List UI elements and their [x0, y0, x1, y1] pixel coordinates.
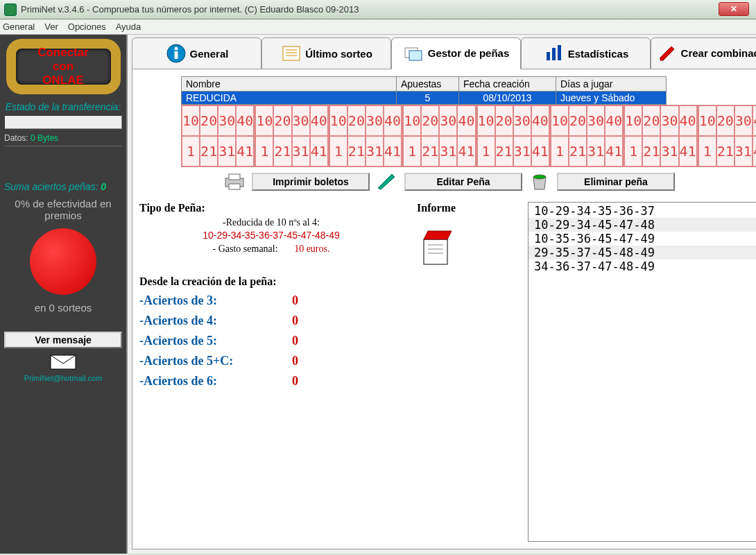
imprimir-button[interactable]: Imprimir boletos	[252, 173, 370, 191]
tipo-nums: 10-29-34-35-36-37-45-47-48-49	[139, 230, 403, 241]
ticket-cell: 10	[698, 105, 716, 136]
tipo-head: Tipo de Peña:	[139, 202, 403, 214]
hits-row: -Aciertos de 5:0	[139, 334, 403, 348]
list-icon	[280, 42, 302, 65]
titlebar: PrimiNet v.3.4.6 - Comprueba tus números…	[0, 0, 756, 19]
tab-gestor-label: Gestor de peñas	[428, 48, 510, 59]
ticket-cell: 31	[218, 136, 236, 166]
cell-nombre: REDUCIDA	[182, 92, 397, 105]
ticket-cell: 31	[734, 136, 753, 166]
ticket-cell: 30	[218, 105, 236, 136]
svg-rect-15	[229, 184, 240, 189]
hits-row: -Aciertos de 5+C:0	[139, 354, 403, 368]
aciertos-value: 0	[101, 181, 106, 192]
ticket-cell: 40	[605, 105, 623, 136]
combinations-list[interactable]: 10-29-34-35-36-3710-29-34-45-47-4810-35-…	[528, 202, 756, 542]
ticket-cell: 30	[513, 105, 531, 136]
ticket-cell: 30	[734, 105, 753, 136]
combo-row[interactable]: 10-29-34-35-36-37	[529, 204, 756, 218]
ver-mensaje-button[interactable]: Ver mensaje	[4, 332, 122, 348]
connect-onlae-button[interactable]: Conectar con ONLAE	[6, 39, 121, 94]
info-icon	[165, 42, 187, 65]
svg-rect-3	[174, 51, 178, 59]
ticket-cell: 20	[569, 105, 587, 136]
tipo-panel: Tipo de Peña: -Reducida de 10 nºs al 4: …	[139, 202, 403, 542]
ticket-cell: 30	[366, 105, 384, 136]
ticket-cell: 41	[605, 136, 623, 166]
svg-rect-17	[424, 239, 447, 264]
hits-value: 0	[292, 374, 298, 388]
ticket-cell: 40	[384, 105, 402, 136]
svg-rect-4	[283, 46, 300, 60]
cell-apuestas: 5	[397, 92, 459, 105]
combo-row[interactable]: 29-35-37-45-48-49	[529, 246, 756, 259]
ticket-cell: 20	[716, 105, 734, 136]
ticket-cell: 40	[310, 105, 328, 136]
status-dot-icon	[30, 228, 96, 295]
tab-crear-label: Crear combinación	[681, 48, 756, 59]
ticket-cell: 31	[660, 136, 678, 166]
combo-row[interactable]: 34-36-37-47-48-49	[529, 259, 756, 273]
action-row: Imprimir boletos Editar Peña Eliminar pe…	[223, 171, 756, 192]
ticket-cell: 40	[753, 105, 756, 136]
svg-rect-9	[409, 51, 422, 60]
main-panel: General Último sorteo Gestor de peñas Es…	[128, 35, 756, 554]
combo-row[interactable]: 10-29-34-45-47-48	[529, 218, 756, 232]
ticket-cell: 31	[292, 136, 310, 166]
menubar: General Ver Opciones Ayuda	[0, 19, 756, 35]
bars-icon	[543, 42, 565, 65]
editar-button[interactable]: Editar Peña	[404, 173, 522, 191]
svg-rect-14	[229, 174, 240, 180]
hits-label: -Aciertos de 6:	[139, 374, 292, 388]
col-nombre: Nombre	[182, 77, 397, 92]
ticket-cell: 1	[255, 136, 273, 166]
hits-label: -Aciertos de 5+C:	[139, 354, 292, 368]
pen-icon	[375, 171, 399, 192]
efectividad-label: 0% de efectividad en premios	[4, 198, 122, 221]
tab-ultimo-sorteo[interactable]: Último sorteo	[261, 37, 391, 69]
ticket-cell: 21	[716, 136, 734, 166]
menu-ver[interactable]: Ver	[44, 22, 58, 32]
ticket-cell: 20	[495, 105, 513, 136]
close-button[interactable]: ✕	[719, 2, 749, 16]
ticket-cell: 41	[457, 136, 475, 166]
ticket-cell: 41	[236, 136, 254, 166]
ticket-cell: 10	[477, 105, 495, 136]
hits-row: -Aciertos de 6:0	[139, 374, 403, 388]
tab-estadisticas[interactable]: Estadísticas	[521, 37, 651, 69]
informe-panel: Informe	[417, 202, 514, 542]
ticket-cell: 10	[551, 105, 569, 136]
svg-rect-10	[547, 52, 550, 60]
table-row[interactable]: REDUCIDA 5 08/10/2013 Jueves y Sábado	[182, 92, 667, 105]
hits-label: -Aciertos de 3:	[139, 293, 292, 308]
mail-address: PrimiNet@hotmail.com	[24, 374, 103, 382]
aciertos-label: Suma aciertos peñas: 0	[4, 181, 122, 192]
ticket-cell: 10	[182, 105, 200, 136]
gasto-value: 10 euros.	[294, 244, 329, 254]
ticket-cell: 40	[457, 105, 475, 136]
ticket-cell: 20	[642, 105, 660, 136]
tab-general[interactable]: General	[132, 37, 261, 69]
app-icon	[4, 3, 17, 16]
cell-dias: Jueves y Sábado	[556, 92, 667, 105]
ticket-cell: 21	[642, 136, 660, 166]
combo-row[interactable]: 10-35-36-45-47-49	[529, 232, 756, 246]
eliminar-button[interactable]: Eliminar peña	[557, 173, 675, 191]
report-icon[interactable]	[417, 227, 514, 270]
penas-table[interactable]: Nombre Apuestas Fecha creación Días a ju…	[181, 76, 667, 105]
menu-opciones[interactable]: Opciones	[68, 22, 106, 32]
svg-rect-12	[558, 45, 561, 60]
hits-row: -Aciertos de 3:0	[139, 293, 403, 308]
mail-icon	[48, 348, 78, 374]
gasto-label: - Gasto semanal:	[213, 244, 278, 254]
ticket-cell: 1	[477, 136, 495, 166]
ticket-cell: 21	[347, 136, 366, 166]
menu-ayuda[interactable]: Ayuda	[116, 22, 141, 32]
ticket-cell: 21	[421, 136, 439, 166]
tab-crear-combinacion[interactable]: Crear combinación	[651, 37, 756, 69]
printer-icon	[223, 171, 246, 192]
tipo-sub: -Reducida de 10 nºs al 4:	[139, 217, 403, 228]
tab-gestor-penas[interactable]: Gestor de peñas	[391, 37, 521, 69]
ticket-cell: 20	[421, 105, 439, 136]
menu-general[interactable]: General	[3, 22, 35, 32]
